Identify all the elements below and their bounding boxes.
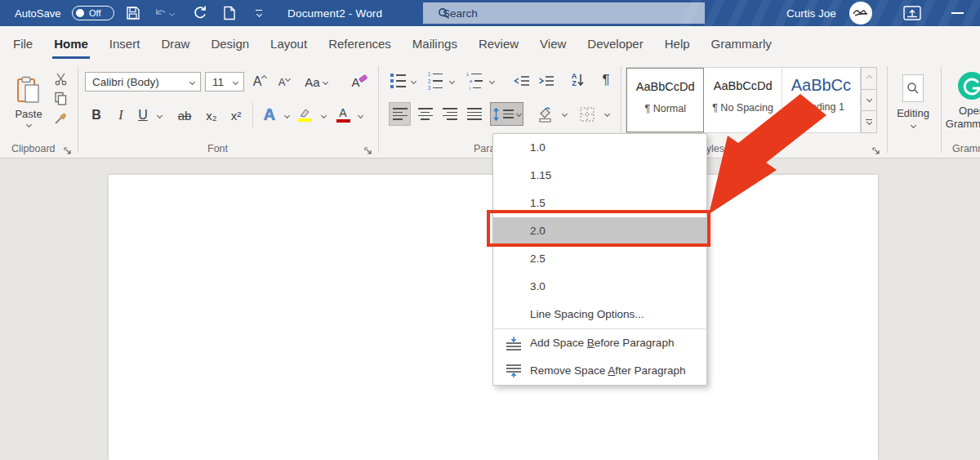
tab-mailings[interactable]: Mailings xyxy=(402,26,468,61)
styles-more-button[interactable] xyxy=(861,111,877,133)
menu-item-line-spacing-options[interactable]: Line Spacing Options... xyxy=(493,301,706,328)
quick-access-overflow-button[interactable] xyxy=(248,3,270,23)
tab-developer[interactable]: Developer xyxy=(577,26,653,61)
decrease-indent-button[interactable] xyxy=(511,71,532,91)
show-hide-marks-button[interactable]: ¶ xyxy=(596,69,616,91)
tab-references[interactable]: References xyxy=(318,26,402,61)
bold-button[interactable]: B xyxy=(87,105,106,126)
sort-button[interactable]: A Z xyxy=(565,69,591,91)
underline-button[interactable]: U xyxy=(133,105,153,126)
font-color-button[interactable]: A xyxy=(332,103,354,126)
tab-home[interactable]: Home xyxy=(43,26,99,61)
ribbon-display-options-button[interactable] xyxy=(900,3,924,23)
subscript-button[interactable]: x₂ xyxy=(201,105,222,126)
tab-design[interactable]: Design xyxy=(200,26,260,61)
underline-dropdown[interactable] xyxy=(154,105,165,126)
format-painter-button[interactable] xyxy=(51,110,70,128)
cut-button[interactable] xyxy=(51,69,70,87)
multilevel-dropdown[interactable] xyxy=(487,71,497,91)
tab-insert[interactable]: Insert xyxy=(99,26,151,61)
superscript-button[interactable]: x² xyxy=(225,105,247,126)
search-input[interactable]: Search xyxy=(423,2,705,24)
clipboard-dialog-launcher[interactable] xyxy=(64,145,74,154)
styles-scroll-up-button[interactable] xyxy=(861,67,877,90)
font-size-select[interactable]: 11 xyxy=(205,72,244,92)
grow-font-button[interactable]: A xyxy=(249,72,270,92)
line-spacing-button[interactable] xyxy=(490,102,523,126)
shrink-font-button[interactable]: A xyxy=(274,72,295,92)
title-bar: AutoSave Off xyxy=(0,0,980,26)
shading-bucket-icon xyxy=(536,105,554,123)
menu-item-2-5[interactable]: 2.5 xyxy=(493,245,706,273)
font-dialog-launcher[interactable] xyxy=(364,145,374,154)
numbering-button[interactable]: 1 2 3 xyxy=(424,71,447,91)
font-color-dropdown[interactable] xyxy=(354,105,366,126)
tab-view[interactable]: View xyxy=(529,26,577,61)
group-separator xyxy=(78,66,78,153)
tab-grammarly[interactable]: Grammarly xyxy=(701,26,782,61)
align-center-button[interactable] xyxy=(414,102,436,126)
justify-button[interactable] xyxy=(463,102,485,126)
menu-item-1-0[interactable]: 1.0 xyxy=(493,134,706,162)
new-document-button[interactable] xyxy=(219,3,240,23)
editing-label: Editing xyxy=(897,107,929,119)
font-color-chevron xyxy=(357,112,363,118)
styles-scroll-down-button[interactable] xyxy=(861,90,877,112)
bullets-button[interactable] xyxy=(387,71,408,91)
numbering-dropdown[interactable] xyxy=(447,71,457,91)
style-sample: AaBbCcDd xyxy=(627,80,703,93)
open-grammarly-button[interactable]: Open Grammarly xyxy=(931,66,980,133)
highlighter-icon xyxy=(298,108,311,118)
strikethrough-button[interactable]: ab xyxy=(173,105,196,126)
text-effects-dropdown[interactable] xyxy=(281,105,292,126)
font-name-chevron xyxy=(189,79,195,85)
multilevel-list-button[interactable]: 1 a i xyxy=(462,71,487,91)
menu-item-add-space-before[interactable]: Add Space Before Paragraph xyxy=(493,329,706,357)
menu-item-1-15[interactable]: 1.15 xyxy=(493,162,706,190)
align-left-button[interactable] xyxy=(389,102,411,126)
font-name-select[interactable]: Calibri (Body) xyxy=(85,72,201,92)
word-window: AutoSave Off xyxy=(0,0,980,460)
tab-help[interactable]: Help xyxy=(654,26,701,61)
save-button[interactable] xyxy=(122,3,144,23)
style-heading1[interactable]: AaBbCc Heading 1 xyxy=(782,68,860,132)
undo-button[interactable] xyxy=(153,3,174,23)
font-inner-separator xyxy=(252,102,253,128)
bullets-dropdown[interactable] xyxy=(408,71,419,91)
text-highlight-dropdown[interactable] xyxy=(318,105,329,126)
scissors-icon xyxy=(54,72,68,86)
align-right-button[interactable] xyxy=(439,102,461,126)
tab-draw[interactable]: Draw xyxy=(150,26,200,61)
editing-chevron xyxy=(910,122,915,127)
editing-button[interactable]: Editing xyxy=(893,68,933,133)
redo-button[interactable] xyxy=(189,3,211,23)
text-highlight-button[interactable] xyxy=(292,103,317,126)
change-case-button[interactable]: Aa xyxy=(301,72,332,92)
borders-dropdown[interactable] xyxy=(601,102,612,126)
tab-layout[interactable]: Layout xyxy=(260,26,318,61)
autosave-toggle[interactable]: Off xyxy=(72,6,114,20)
styles-dialog-launcher[interactable] xyxy=(872,145,882,154)
editing-search-icon xyxy=(906,82,920,95)
paste-button[interactable]: Paste xyxy=(10,68,47,135)
tab-file[interactable]: File xyxy=(2,26,43,61)
copy-button[interactable] xyxy=(51,89,70,107)
shading-dropdown[interactable] xyxy=(559,102,570,126)
style-normal[interactable]: AaBbCcDd ¶ Normal xyxy=(626,68,704,132)
menu-item-remove-space-after[interactable]: Remove Space After Paragraph xyxy=(493,357,706,385)
tab-review[interactable]: Review xyxy=(468,26,529,61)
style-no-spacing[interactable]: AaBbCcDd ¶ No Spacing xyxy=(704,68,782,132)
borders-button[interactable] xyxy=(575,102,599,126)
styles-gallery: AaBbCcDd ¶ Normal AaBbCcDd ¶ No Spacing … xyxy=(626,67,861,133)
menu-item-3-0[interactable]: 3.0 xyxy=(493,273,706,301)
shading-button[interactable] xyxy=(532,102,557,126)
sort-arrow-icon xyxy=(577,73,585,87)
font-size-chevron xyxy=(233,79,238,85)
italic-button[interactable]: I xyxy=(111,105,131,126)
increase-indent-button[interactable] xyxy=(536,71,557,91)
minimize-button[interactable] xyxy=(951,12,964,14)
change-case-letters: Aa xyxy=(305,75,319,89)
text-effects-button[interactable]: A xyxy=(258,103,281,126)
clear-formatting-button[interactable]: A xyxy=(347,72,372,92)
avatar[interactable] xyxy=(849,2,872,25)
